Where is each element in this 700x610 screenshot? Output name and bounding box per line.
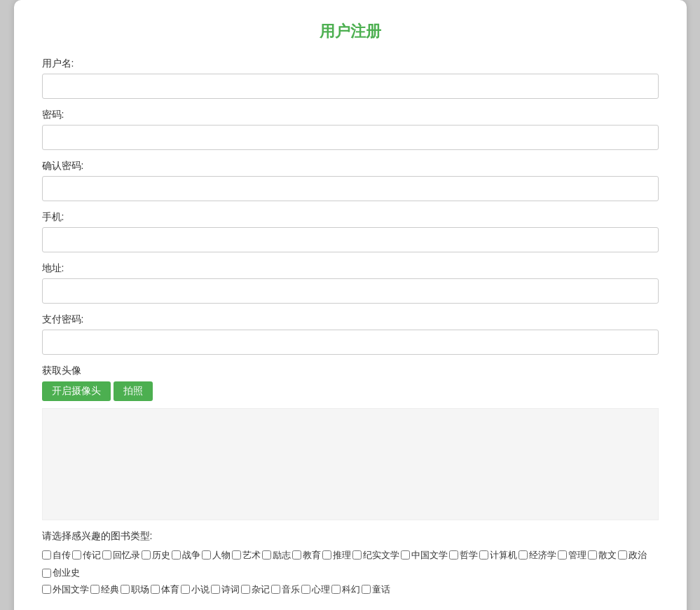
checkbox-label: 科幻 [342,581,360,597]
camera-preview [42,408,659,520]
checkbox-item: 职场 [121,581,149,597]
interest-checkbox[interactable] [151,585,160,594]
interest-checkbox[interactable] [618,550,627,560]
interest-checkbox[interactable] [558,550,567,560]
checkbox-label: 中国文学 [411,547,448,563]
checkbox-label: 童话 [372,581,390,597]
checkbox-item: 推理 [322,547,351,563]
checkbox-item: 历史 [142,547,170,563]
pay-password-input[interactable] [42,330,659,355]
interest-checkbox[interactable] [362,585,371,594]
camera-buttons: 开启摄像头 拍照 [42,381,659,401]
password-input[interactable] [42,125,659,150]
checkbox-label: 杂记 [252,581,270,597]
interest-checkbox[interactable] [322,550,331,560]
take-photo-button[interactable]: 拍照 [114,381,153,401]
checkbox-item: 心理 [301,581,330,597]
checkbox-label: 体育 [161,581,179,597]
checkbox-label: 教育 [303,547,321,563]
interest-checkbox[interactable] [301,585,310,594]
interest-checkbox[interactable] [352,550,362,560]
phone-field: 手机: [42,211,659,252]
checkbox-label: 回忆录 [113,547,140,563]
checkbox-item: 诗词 [211,581,240,597]
interest-checkbox[interactable] [202,550,211,560]
interest-checkbox[interactable] [181,585,190,594]
interest-checkbox[interactable] [519,550,528,560]
interest-checkbox[interactable] [42,585,51,594]
pay-password-field: 支付密码: [42,313,659,355]
checkbox-item: 外国文学 [42,581,89,597]
interest-checkbox[interactable] [232,550,241,560]
interest-checkbox[interactable] [90,585,99,594]
checkbox-item: 经济学 [519,547,556,563]
interest-checkbox[interactable] [211,585,220,594]
checkbox-label: 心理 [312,581,330,597]
confirm-password-label: 确认密码: [42,160,659,172]
address-input[interactable] [42,278,659,304]
phone-label: 手机: [42,211,659,224]
interest-checkbox[interactable] [42,569,51,578]
checkbox-label: 政治 [629,547,647,563]
checkbox-item: 杂记 [241,581,270,597]
checkbox-label: 创业史 [53,564,80,581]
username-input[interactable] [42,74,659,99]
interest-label: 请选择感兴趣的图书类型: [42,530,659,543]
password-field: 密码: [42,109,659,150]
checkbox-item: 管理 [558,547,586,563]
interest-checkbox[interactable] [271,585,280,594]
interest-checkbox[interactable] [331,585,341,594]
phone-input[interactable] [42,227,659,252]
checkbox-label: 小说 [191,581,210,597]
interest-checkbox[interactable] [588,550,597,560]
checkbox-label: 人物 [212,547,231,563]
checkbox-label: 经济学 [529,547,556,563]
checkboxes-row1: 自传传记回忆录历史战争人物艺术励志教育推理纪实文学中国文学哲学计算机经济学管理散… [42,547,659,581]
checkbox-label: 散文 [598,547,617,563]
checkbox-label: 自传 [53,547,71,563]
registration-form: 用户注册 用户名: 密码: 确认密码: 手机: 地址: 支付密码: 获取头像 开… [14,0,687,610]
checkbox-label: 音乐 [282,581,300,597]
interest-checkbox[interactable] [121,585,130,594]
interest-checkbox[interactable] [172,550,181,560]
checkbox-item: 童话 [362,581,390,597]
interest-checkbox[interactable] [292,550,301,560]
interest-checkbox[interactable] [142,550,151,560]
checkbox-item: 小说 [181,581,210,597]
checkbox-item: 计算机 [479,547,517,563]
interest-checkbox[interactable] [241,585,250,594]
interest-checkbox[interactable] [72,550,81,560]
checkbox-item: 艺术 [232,547,261,563]
checkbox-item: 回忆录 [102,547,140,563]
checkbox-item: 音乐 [271,581,300,597]
confirm-password-field: 确认密码: [42,160,659,201]
checkbox-label: 历史 [152,547,170,563]
checkboxes-row2: 外国文学经典职场体育小说诗词杂记音乐心理科幻童话 [42,581,659,597]
pay-password-label: 支付密码: [42,313,659,326]
interest-checkbox[interactable] [262,550,271,560]
checkbox-label: 推理 [333,547,351,563]
avatar-label: 获取头像 [42,365,659,377]
checkbox-item: 纪实文学 [352,547,399,563]
checkbox-item: 中国文学 [401,547,448,563]
checkbox-item: 创业史 [42,564,80,581]
checkbox-item: 励志 [262,547,291,563]
checkbox-label: 外国文学 [53,581,89,597]
checkbox-item: 散文 [588,547,617,563]
checkbox-item: 经典 [90,581,119,597]
checkbox-label: 管理 [568,547,586,563]
open-camera-button[interactable]: 开启摄像头 [42,381,111,401]
interest-checkbox[interactable] [479,550,488,560]
username-field: 用户名: [42,57,659,99]
checkbox-item: 教育 [292,547,321,563]
interest-checkbox[interactable] [449,550,458,560]
confirm-password-input[interactable] [42,176,659,201]
checkbox-label: 诗词 [221,581,240,597]
checkbox-label: 经典 [101,581,119,597]
interest-checkbox[interactable] [401,550,410,560]
checkbox-label: 职场 [131,581,149,597]
checkbox-item: 政治 [618,547,647,563]
interest-checkbox[interactable] [102,550,111,560]
interest-checkbox[interactable] [42,550,51,560]
checkbox-label: 传记 [83,547,101,563]
